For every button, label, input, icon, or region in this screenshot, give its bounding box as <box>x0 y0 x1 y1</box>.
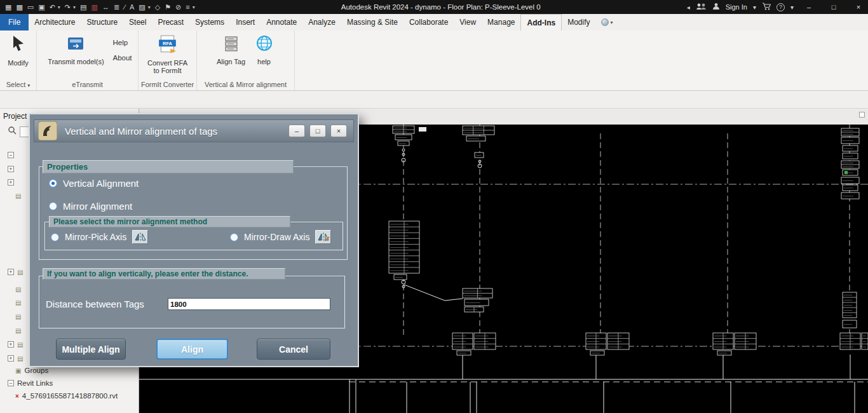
tab-structure[interactable]: Structure <box>81 14 123 30</box>
tag-annotation[interactable] <box>843 146 858 151</box>
tag-annotation[interactable] <box>457 351 471 355</box>
collapse-icon[interactable]: − <box>8 152 14 158</box>
store-cart-icon[interactable] <box>762 1 771 13</box>
close-inactive-views-icon[interactable]: ▥ <box>92 3 98 11</box>
mirror-pick-axis-icon[interactable] <box>132 230 148 244</box>
redo-dropdown-caret[interactable]: ▾ <box>73 4 76 10</box>
community-icon[interactable] <box>696 1 707 13</box>
redo-icon[interactable]: ↷ <box>65 3 71 11</box>
thin-lines-icon[interactable]: ≡ <box>186 3 189 11</box>
help-caret[interactable]: ▾ <box>790 4 794 11</box>
tree-row[interactable]: +▤ <box>0 353 23 364</box>
workspace-grid-icon[interactable]: ▦ <box>5 3 11 11</box>
undo-icon[interactable]: ↶ <box>50 3 55 11</box>
user-icon[interactable] <box>712 1 720 13</box>
tag-annotation[interactable] <box>393 126 414 133</box>
tag-annotation[interactable] <box>475 152 484 158</box>
tree-row[interactable]: ▤ <box>0 190 21 201</box>
tree-row[interactable]: ▤ <box>0 283 21 295</box>
tag-annotation[interactable] <box>463 126 494 135</box>
tab-precast[interactable]: Precast <box>152 14 189 30</box>
tag-annotation[interactable] <box>843 292 857 318</box>
tab-insert[interactable]: Insert <box>230 14 261 30</box>
tag-annotation[interactable] <box>474 333 496 349</box>
tag-by-category-icon[interactable]: ⚑ <box>165 3 171 11</box>
help-icon[interactable]: ? <box>776 3 785 11</box>
text-icon[interactable]: A <box>130 3 134 11</box>
tag-annotation[interactable] <box>843 153 858 159</box>
section-icon[interactable]: ⊘ <box>175 3 181 11</box>
mirror-draw-axis-option[interactable]: Mirror-Draw Axis <box>230 229 331 245</box>
sign-in-button[interactable]: Sign In <box>726 3 747 11</box>
tab-add-ins[interactable]: Add-Ins <box>520 14 562 30</box>
tag-annotation[interactable] <box>843 185 858 191</box>
tab-steel[interactable]: Steel <box>123 14 152 30</box>
tag-annotation[interactable] <box>590 351 604 355</box>
tab-massing-site[interactable]: Massing & Site <box>341 14 403 30</box>
collapse-icon[interactable]: − <box>8 380 14 386</box>
back-chevron-icon[interactable]: ◂ <box>687 4 690 11</box>
print-icon[interactable]: ▤ <box>80 3 86 11</box>
open-file-icon[interactable]: ▭ <box>27 3 34 11</box>
tag-annotation[interactable] <box>586 333 606 349</box>
tag-annotation[interactable] <box>452 333 473 349</box>
tree-row[interactable]: +▤ <box>0 266 23 278</box>
expand-icon[interactable]: + <box>8 166 14 172</box>
distance-input[interactable] <box>168 298 330 310</box>
tree-row[interactable]: + <box>0 177 14 188</box>
dialog-maximize-button[interactable]: □ <box>309 125 326 137</box>
tag-annotation[interactable] <box>735 333 756 349</box>
tag-annotation[interactable] <box>395 135 412 140</box>
align-tag-button[interactable]: Align Tag <box>213 32 250 65</box>
tab-modify[interactable]: Modify <box>562 14 595 30</box>
vertical-alignment-option[interactable]: Vertical Alignment <box>49 175 139 191</box>
tag-annotation[interactable] <box>713 333 733 349</box>
tag-annotation[interactable] <box>465 299 489 306</box>
tag-annotation[interactable] <box>841 193 859 199</box>
tag-annotation[interactable] <box>841 128 859 136</box>
vm-help-button[interactable]: help <box>250 32 279 65</box>
panel-label-vm-alignment[interactable]: Vertical & Mirror alignment <box>197 80 294 90</box>
tab-manage[interactable]: Manage <box>482 14 520 30</box>
tag-annotation[interactable] <box>841 177 859 184</box>
vertical-alignment-radio[interactable] <box>49 179 57 187</box>
etransmit-about-button[interactable]: About <box>112 54 132 62</box>
align-button[interactable]: Align <box>156 339 228 360</box>
ribbon-display-toggle[interactable]: ▾ <box>596 14 618 30</box>
tab-annotate[interactable]: Annotate <box>261 14 302 30</box>
tag-annotation[interactable] <box>389 221 419 273</box>
filled-region-icon[interactable]: ▨ <box>139 3 145 11</box>
sign-in-caret[interactable]: ▾ <box>753 4 756 11</box>
mirror-draw-axis-radio[interactable] <box>230 233 238 241</box>
aligned-dimension-icon[interactable]: ↔ <box>102 3 109 11</box>
expand-icon[interactable]: + <box>8 179 14 186</box>
detail-line-icon[interactable]: ∕ <box>124 3 125 11</box>
tab-collaborate[interactable]: Collaborate <box>403 14 454 30</box>
modify-button[interactable]: Modify <box>5 32 31 67</box>
dialog-close-button[interactable]: × <box>330 125 347 137</box>
panel-label-etransmit[interactable]: eTransmit <box>37 80 138 90</box>
mirror-pick-axis-option[interactable]: Mirror-Pick Axis <box>51 229 148 245</box>
region-dropdown-caret[interactable]: ▾ <box>148 4 151 10</box>
tree-row[interactable]: ▤ <box>0 311 21 322</box>
tag-annotation[interactable] <box>394 274 407 280</box>
spot-elevation-icon[interactable]: ≣ <box>114 3 119 11</box>
mirror-draw-axis-icon[interactable] <box>315 230 331 244</box>
expand-icon[interactable]: + <box>8 341 14 348</box>
tag-annotation[interactable] <box>607 333 629 349</box>
dialog-titlebar[interactable]: Vertical and Mirror alignment of tags – … <box>34 119 354 142</box>
mirror-alignment-option[interactable]: Mirror Alignment <box>49 198 132 213</box>
expand-icon[interactable]: + <box>8 269 14 275</box>
tag-annotation[interactable] <box>463 288 492 298</box>
tag-annotation[interactable] <box>466 136 485 141</box>
tag-annotation[interactable] <box>717 351 731 355</box>
tree-row-link-file[interactable]: ×4_5769165587141887800.rvt <box>0 390 118 402</box>
convert-rfa-button[interactable]: RFA Convert RFA to FormIt <box>143 32 193 74</box>
maximize-button[interactable]: □ <box>824 0 843 14</box>
minimize-button[interactable]: – <box>799 0 818 14</box>
mirror-pick-axis-radio[interactable] <box>51 233 59 241</box>
default-3d-view-icon[interactable]: ◇ <box>155 3 160 11</box>
tag-annotation[interactable] <box>843 320 857 328</box>
tree-row[interactable]: − <box>0 149 14 161</box>
dialog-minimize-button[interactable]: – <box>288 125 305 137</box>
